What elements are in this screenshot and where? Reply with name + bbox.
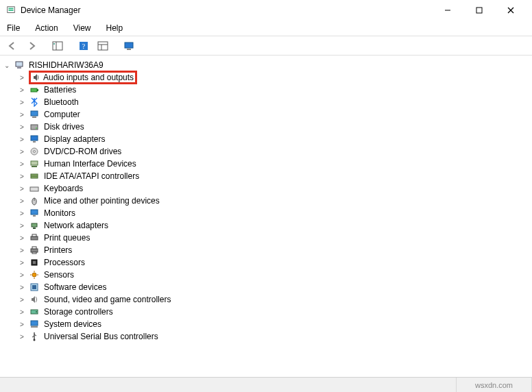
- chevron-right-icon[interactable]: >: [18, 185, 26, 193]
- tree-item[interactable]: >Sound, video and game controllers: [12, 293, 532, 306]
- chevron-right-icon[interactable]: >: [18, 247, 26, 254]
- ide-icon: [29, 171, 40, 182]
- tree-item[interactable]: >Network adapters: [12, 219, 532, 232]
- help-button[interactable]: ?: [75, 38, 92, 53]
- svg-rect-23: [31, 125, 38, 130]
- chevron-right-icon[interactable]: >: [18, 333, 26, 341]
- tree-item-label: Print queues: [43, 233, 91, 243]
- menu-file[interactable]: File: [4, 22, 23, 34]
- tree-item-label: Human Interface Devices: [43, 159, 138, 169]
- tree-item[interactable]: >Human Interface Devices: [12, 158, 532, 170]
- minimize-button[interactable]: [432, 0, 463, 21]
- hid-icon: [29, 158, 40, 169]
- tree-item[interactable]: >Computer: [12, 108, 532, 121]
- chevron-right-icon[interactable]: >: [18, 123, 26, 131]
- chevron-right-icon[interactable]: >: [18, 296, 26, 304]
- tree-item-label: Keyboards: [43, 184, 84, 193]
- tree-item[interactable]: >Disk drives: [12, 121, 532, 133]
- sensor-icon: [29, 269, 40, 280]
- tree-item[interactable]: >System devices: [12, 318, 532, 330]
- tree-item[interactable]: >Display adapters: [12, 133, 532, 145]
- tree-item[interactable]: >Mice and other pointing devices: [12, 195, 532, 207]
- tree-item-label: Processors: [43, 258, 86, 267]
- tree-item[interactable]: >Storage controllers: [12, 306, 532, 318]
- monitor-icon-button[interactable]: [121, 38, 137, 53]
- tree-root[interactable]: ⌄ RISHIDHARIW36A9: [0, 59, 532, 71]
- tree-item[interactable]: >Bluetooth: [12, 96, 532, 108]
- svg-rect-41: [33, 228, 36, 229]
- menu-help[interactable]: Help: [104, 22, 126, 34]
- network-icon: [29, 220, 40, 231]
- tree-item[interactable]: >Keyboards: [12, 182, 532, 195]
- svg-rect-29: [31, 161, 38, 165]
- close-button[interactable]: [495, 0, 527, 21]
- tree-item[interactable]: >Processors: [12, 256, 532, 269]
- software-icon: [29, 282, 40, 293]
- chevron-right-icon[interactable]: >: [18, 234, 26, 242]
- tree-item[interactable]: >Print queues: [12, 232, 532, 244]
- chevron-right-icon[interactable]: >: [18, 160, 26, 168]
- highlighted-item: Audio inputs and outputs: [29, 71, 137, 84]
- tree-item[interactable]: >Software devices: [12, 281, 532, 293]
- chevron-right-icon[interactable]: >: [18, 173, 26, 180]
- chevron-right-icon[interactable]: >: [18, 271, 26, 279]
- tree-item[interactable]: >Printers: [12, 244, 532, 256]
- chevron-down-icon[interactable]: ⌄: [3, 62, 11, 69]
- chevron-right-icon[interactable]: >: [18, 308, 26, 316]
- chevron-right-icon[interactable]: >: [18, 111, 26, 119]
- svg-rect-17: [16, 62, 23, 66]
- chevron-right-icon[interactable]: >: [18, 259, 26, 267]
- tree-item[interactable]: >Universal Serial Bus controllers: [12, 330, 532, 343]
- tree-item-label: Software devices: [43, 282, 108, 292]
- tree-item[interactable]: >Monitors: [12, 207, 532, 219]
- forward-button[interactable]: [23, 38, 40, 53]
- chevron-right-icon[interactable]: >: [18, 222, 26, 230]
- tree-item-label: Audio inputs and outputs: [42, 73, 135, 82]
- device-tree[interactable]: ⌄ RISHIDHARIW36A9 >Audio inputs and outp…: [0, 56, 532, 376]
- chevron-right-icon[interactable]: >: [18, 197, 26, 205]
- tree-item-label: Sound, video and game controllers: [43, 295, 172, 304]
- tree-item-label: IDE ATA/ATAPI controllers: [43, 171, 141, 181]
- tree-item[interactable]: >Audio inputs and outputs: [12, 71, 532, 84]
- scan-hardware-button[interactable]: [95, 38, 111, 53]
- window-title: Device Manager: [21, 5, 432, 15]
- chevron-right-icon[interactable]: >: [18, 210, 26, 217]
- tree-item-label: Display adapters: [43, 134, 106, 144]
- chevron-right-icon[interactable]: >: [18, 284, 26, 291]
- svg-rect-22: [32, 117, 36, 118]
- keyboard-icon: [29, 183, 40, 194]
- storage-icon: [29, 306, 40, 317]
- chevron-right-icon[interactable]: >: [18, 321, 26, 328]
- audio-icon: [31, 72, 42, 83]
- chevron-right-icon[interactable]: >: [18, 86, 26, 94]
- svg-rect-19: [31, 88, 37, 92]
- tree-item[interactable]: >Sensors: [12, 269, 532, 281]
- chevron-right-icon[interactable]: >: [18, 148, 26, 156]
- system-icon: [29, 319, 40, 330]
- svg-rect-25: [31, 136, 38, 140]
- menu-view[interactable]: View: [71, 22, 94, 34]
- svg-rect-9: [53, 43, 55, 45]
- tree-item[interactable]: >IDE ATA/ATAPI controllers: [12, 170, 532, 182]
- menu-action[interactable]: Action: [32, 22, 60, 34]
- chevron-right-icon[interactable]: >: [18, 74, 26, 82]
- svg-rect-55: [31, 326, 38, 328]
- dvd-icon: [29, 146, 40, 157]
- tree-item-label: Monitors: [43, 208, 77, 218]
- tree-item[interactable]: >DVD/CD-ROM drives: [12, 145, 532, 158]
- svg-rect-43: [32, 234, 36, 236]
- maximize-button[interactable]: [463, 0, 495, 21]
- chevron-right-icon[interactable]: >: [18, 136, 26, 143]
- print-queue-icon: [29, 232, 40, 243]
- menubar: File Action View Help: [0, 21, 532, 36]
- back-button[interactable]: [4, 38, 21, 53]
- watermark: wsxdn.com: [457, 378, 532, 392]
- svg-rect-7: [53, 42, 62, 50]
- tree-item-label: Mice and other pointing devices: [43, 196, 161, 206]
- bluetooth-icon: [29, 97, 40, 108]
- show-hide-tree-button[interactable]: [49, 38, 66, 53]
- svg-rect-40: [32, 223, 37, 227]
- chevron-right-icon[interactable]: >: [18, 99, 26, 106]
- tree-item[interactable]: >Batteries: [12, 84, 532, 96]
- svg-rect-38: [31, 210, 38, 215]
